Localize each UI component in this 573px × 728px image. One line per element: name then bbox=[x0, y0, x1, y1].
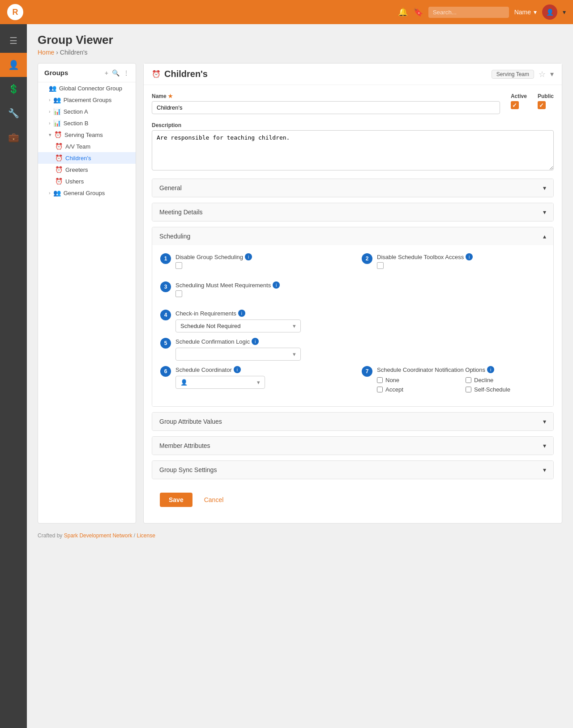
sidebar-item-childrens[interactable]: ⏰ Children's bbox=[38, 152, 136, 164]
accordion-gav-chevron: ▾ bbox=[543, 418, 546, 425]
collapse-icon[interactable]: ▾ bbox=[550, 70, 554, 78]
sidebar-item-greeters[interactable]: ⏰ Greeters bbox=[38, 164, 136, 175]
schedule-confirmation-select[interactable]: ▾ bbox=[175, 348, 301, 361]
accordion-ma-header[interactable]: Member Attributes ▾ bbox=[152, 437, 553, 455]
breadcrumb-home[interactable]: Home bbox=[38, 49, 54, 56]
scheduling-item-5: 5 Schedule Confirmation Logic i bbox=[160, 338, 545, 361]
accordion-ma-label: Member Attributes bbox=[159, 442, 210, 449]
sidebar-item-ushers[interactable]: ⏰ Ushers bbox=[38, 175, 136, 187]
disable-group-scheduling-checkbox[interactable] bbox=[175, 262, 182, 269]
accordion-gav-header[interactable]: Group Attribute Values ▾ bbox=[152, 413, 553, 430]
notif-decline[interactable]: Decline bbox=[466, 377, 545, 383]
sidenav-menu-icon[interactable]: ☰ bbox=[0, 29, 27, 53]
info-icon-6[interactable]: i bbox=[234, 366, 241, 373]
info-icon-7[interactable]: i bbox=[487, 366, 494, 373]
sidebar-item-global-connector[interactable]: 👥 Global Connector Group bbox=[38, 82, 136, 94]
info-icon-2[interactable]: i bbox=[466, 253, 473, 260]
accordion-general: General ▾ bbox=[152, 179, 554, 197]
accordion-gav-label: Group Attribute Values bbox=[159, 418, 222, 425]
sidenav-wrench-icon[interactable]: 🔧 bbox=[0, 101, 27, 125]
sidenav-dollar-icon[interactable]: 💲 bbox=[0, 77, 27, 101]
sidebar-item-general-groups[interactable]: › 👥 General Groups bbox=[38, 187, 136, 199]
accordion-meeting-header[interactable]: Meeting Details ▾ bbox=[152, 203, 553, 221]
scheduling-item-1: 1 Disable Group Scheduling i bbox=[160, 253, 344, 276]
name-input[interactable] bbox=[152, 101, 500, 114]
accordion-general-chevron: ▾ bbox=[543, 184, 546, 192]
chevron-right-icon: › bbox=[49, 97, 51, 102]
checkin-requirements-select[interactable]: Schedule Not Required ▾ bbox=[175, 319, 301, 332]
description-textarea[interactable]: Are responsible for teaching children. bbox=[152, 130, 554, 170]
name-field: Name ★ bbox=[152, 93, 500, 114]
sidebar-item-label: Greeters bbox=[65, 166, 88, 173]
active-checkbox-wrap: Active bbox=[511, 93, 527, 109]
footer-text: Crafted by bbox=[38, 532, 64, 539]
notif-none[interactable]: None bbox=[377, 377, 457, 383]
footer-license[interactable]: License bbox=[137, 532, 155, 539]
step-badge-4: 4 bbox=[160, 310, 171, 320]
sidebar-item-serving-teams[interactable]: ▾ ⏰ Serving Teams bbox=[38, 129, 136, 140]
notif-none-checkbox[interactable] bbox=[377, 377, 383, 383]
sidebar-item-label: Placement Groups bbox=[64, 97, 112, 103]
notifications-icon[interactable]: 🔔 bbox=[398, 7, 408, 17]
notif-accept-checkbox[interactable] bbox=[377, 387, 383, 392]
accordion-meeting-chevron: ▾ bbox=[543, 209, 546, 216]
accordion-scheduling: Scheduling ▴ 1 bbox=[152, 227, 554, 407]
clock-icon: ⏰ bbox=[55, 154, 63, 162]
logo[interactable]: R bbox=[7, 4, 23, 20]
sidebar-item-placement-groups[interactable]: › 👥 Placement Groups bbox=[38, 94, 136, 106]
avatar-chevron-icon[interactable]: ▾ bbox=[563, 9, 566, 16]
footer-buttons: Save Cancel bbox=[152, 485, 554, 515]
accordion-meeting-details: Meeting Details ▾ bbox=[152, 203, 554, 221]
group-icon: 👥 bbox=[49, 85, 56, 92]
public-checkbox[interactable] bbox=[538, 101, 546, 109]
accordion-general-header[interactable]: General ▾ bbox=[152, 179, 553, 197]
star-icon[interactable]: ☆ bbox=[539, 69, 546, 79]
active-checkbox[interactable] bbox=[511, 101, 519, 109]
footer-link[interactable]: Spark Development Network bbox=[64, 532, 133, 539]
scheduling-item-2: 2 Disable Schedule Toolbox Access i bbox=[362, 253, 545, 276]
avatar[interactable]: 👤 bbox=[542, 4, 557, 20]
schedule-coordinator-select[interactable]: 👤 ▾ bbox=[175, 376, 265, 389]
scheduling-label-1: Disable Group Scheduling i bbox=[175, 253, 252, 260]
public-label: Public bbox=[538, 93, 554, 99]
name-row: Name ★ Active Public bbox=[152, 93, 554, 114]
info-icon-3[interactable]: i bbox=[273, 281, 280, 289]
sidebar-item-label: Global Connector Group bbox=[59, 85, 122, 92]
scheduling-label-6: Schedule Coordinator i bbox=[175, 366, 344, 373]
notif-accept[interactable]: Accept bbox=[377, 386, 457, 393]
clock-icon: ⏰ bbox=[55, 143, 63, 150]
notif-self-schedule-checkbox[interactable] bbox=[466, 387, 471, 392]
content-area: Groups + 🔍 ⋮ 👥 Global Connector Group › … bbox=[38, 63, 562, 524]
section-icon: 📊 bbox=[53, 108, 61, 115]
accordion-gss-header[interactable]: Group Sync Settings ▾ bbox=[152, 461, 553, 479]
bookmark-icon[interactable]: 🔖 bbox=[413, 7, 423, 17]
notif-decline-checkbox[interactable] bbox=[466, 377, 471, 383]
sidenav-briefcase-icon[interactable]: 💼 bbox=[0, 125, 27, 149]
notif-self-schedule[interactable]: Self-Schedule bbox=[466, 386, 545, 393]
detail-title: Children's bbox=[164, 69, 208, 79]
accordion-scheduling-header[interactable]: Scheduling ▴ bbox=[152, 227, 553, 245]
chevron-right-icon: › bbox=[49, 109, 51, 114]
sidenav-person-icon[interactable]: 👤 bbox=[0, 53, 27, 77]
sidebar-item-av-team[interactable]: ⏰ A/V Team bbox=[38, 140, 136, 152]
user-menu[interactable]: Name ▾ bbox=[514, 9, 537, 16]
scheduling-label-7: Schedule Coordinator Notification Option… bbox=[377, 366, 545, 373]
scheduling-must-meet-checkbox[interactable] bbox=[175, 290, 182, 297]
search-groups-button[interactable]: 🔍 bbox=[112, 69, 120, 77]
save-button[interactable]: Save bbox=[160, 493, 192, 507]
sidebar-item-section-a[interactable]: › 📊 Section A bbox=[38, 106, 136, 117]
accordion-meeting-label: Meeting Details bbox=[159, 209, 203, 216]
info-icon-4[interactable]: i bbox=[238, 310, 245, 317]
add-group-button[interactable]: + bbox=[105, 69, 108, 77]
scheduling-item-6: 6 Schedule Coordinator i 👤 bbox=[160, 366, 344, 393]
accordion-group-attribute-values: Group Attribute Values ▾ bbox=[152, 412, 554, 431]
cancel-button[interactable]: Cancel bbox=[197, 493, 231, 507]
sidebar-item-section-b[interactable]: › 📊 Section B bbox=[38, 117, 136, 129]
info-icon-1[interactable]: i bbox=[245, 253, 252, 260]
search-input[interactable] bbox=[428, 7, 509, 18]
accordion-gss-label: Group Sync Settings bbox=[159, 466, 217, 473]
more-options-button[interactable]: ⋮ bbox=[123, 69, 129, 77]
accordion-ma-chevron: ▾ bbox=[543, 442, 546, 449]
disable-schedule-toolbox-checkbox[interactable] bbox=[377, 262, 384, 269]
info-icon-5[interactable]: i bbox=[252, 338, 259, 345]
